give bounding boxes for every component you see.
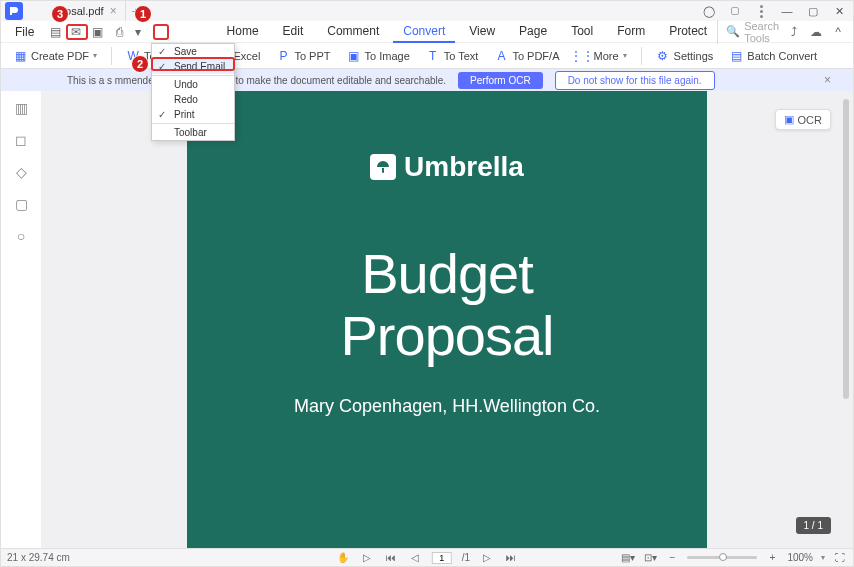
first-page-icon[interactable]: ⏮	[384, 551, 398, 565]
page-dimensions: 21 x 29.74 cm	[7, 552, 70, 563]
highlight-box-2	[151, 57, 235, 71]
collapse-ribbon-icon[interactable]: ^	[829, 23, 847, 41]
separator	[152, 123, 234, 124]
vertical-scrollbar[interactable]	[843, 99, 849, 399]
search-panel-icon[interactable]: ○	[12, 227, 30, 245]
separator	[152, 75, 234, 76]
document-subtitle: Mary Copenhagen, HH.Wellington Co.	[187, 396, 707, 417]
batch-icon: ▤	[729, 49, 743, 63]
print-icon[interactable]: ⎙	[111, 23, 128, 41]
cloud-icon[interactable]: ☁	[807, 23, 825, 41]
to-text-button[interactable]: TTo Text	[420, 47, 485, 65]
open-icon[interactable]: ▤	[46, 23, 63, 41]
thumbnails-icon[interactable]: ▥	[12, 99, 30, 117]
attachments-icon[interactable]: ◇	[12, 163, 30, 181]
hand-tool-icon[interactable]: ✋	[336, 551, 350, 565]
create-pdf-button[interactable]: ▦Create PDF▾	[7, 47, 103, 65]
tab-edit[interactable]: Edit	[273, 21, 314, 43]
titlebar: posal.pdf × + ◯ — ▢ ✕	[1, 1, 853, 21]
last-page-icon[interactable]: ⏭	[504, 551, 518, 565]
document-viewport[interactable]: Umbrella BudgetProposal Mary Copenhagen,…	[41, 91, 853, 550]
separator	[111, 47, 112, 65]
dd-undo[interactable]: Undo	[152, 77, 234, 92]
status-bar: 21 x 29.74 cm ✋ ▷ ⏮ ◁ /1 ▷ ⏭ ▤▾ ⊡▾ − + 1…	[1, 548, 853, 566]
zoom-slider[interactable]	[687, 556, 757, 559]
close-window-button[interactable]: ✕	[827, 2, 851, 20]
highlight-box-1	[153, 24, 169, 40]
create-icon: ▦	[13, 49, 27, 63]
save-icon[interactable]: ▣	[89, 23, 106, 41]
company-name: Umbrella	[404, 151, 524, 183]
callout-1: 1	[134, 5, 152, 23]
tab-home[interactable]: Home	[217, 21, 269, 43]
file-menu[interactable]: File	[5, 23, 44, 41]
page-count-badge: 1 / 1	[796, 517, 831, 534]
batch-convert-button[interactable]: ▤Batch Convert	[723, 47, 823, 65]
tab-page[interactable]: Page	[509, 21, 557, 43]
pdfa-icon: A	[494, 49, 508, 63]
highlight-box-3	[66, 24, 88, 40]
more-icon[interactable]	[749, 2, 773, 20]
share-icon[interactable]: ⤴	[785, 23, 803, 41]
main-area: ▥ ◻ ◇ ▢ ○ Umbrella BudgetProposal Mary C…	[1, 91, 853, 550]
to-image-button[interactable]: ▣To Image	[341, 47, 416, 65]
layers-icon[interactable]: ▢	[12, 195, 30, 213]
prev-page-icon[interactable]: ◁	[408, 551, 422, 565]
user-icon[interactable]: ◯	[697, 2, 721, 20]
dd-redo[interactable]: Redo	[152, 92, 234, 107]
document-title: BudgetProposal	[187, 243, 707, 366]
close-tab-icon[interactable]: ×	[110, 4, 117, 18]
ocr-banner-text: This is a s mmended to perform OCR to ma…	[67, 75, 446, 86]
more-button[interactable]: ⋮⋮More▾	[569, 47, 632, 65]
minimize-button[interactable]: —	[775, 2, 799, 20]
ocr-badge-icon: ▣	[784, 113, 794, 126]
ocr-floating-button[interactable]: ▣ OCR	[775, 109, 831, 130]
to-pdfa-button[interactable]: ATo PDF/A	[488, 47, 565, 65]
zoom-out-icon[interactable]: −	[665, 551, 679, 565]
window-icon[interactable]	[723, 2, 747, 20]
zoom-value: 100%	[787, 552, 813, 563]
bookmarks-icon[interactable]: ◻	[12, 131, 30, 149]
fullscreen-icon[interactable]: ⛶	[833, 551, 847, 565]
page-number-input[interactable]	[432, 552, 452, 564]
tab-convert[interactable]: Convert	[393, 21, 455, 43]
page-total: /1	[462, 552, 470, 563]
separator	[641, 47, 642, 65]
dd-print[interactable]: ✓Print	[152, 107, 234, 122]
zoom-in-icon[interactable]: +	[765, 551, 779, 565]
tab-view[interactable]: View	[459, 21, 505, 43]
umbrella-logo-icon	[370, 154, 396, 180]
dd-toolbar[interactable]: Toolbar	[152, 125, 234, 140]
fit-icon[interactable]: ⊡▾	[643, 551, 657, 565]
view-mode-icon[interactable]: ▤▾	[621, 551, 635, 565]
image-icon: ▣	[347, 49, 361, 63]
qat-dropdown-button[interactable]: ▾	[132, 25, 145, 39]
more-grid-icon: ⋮⋮	[575, 49, 589, 63]
menu-row: File ▤ ✉ ▣ ⎙ ▾ Home Edit Comment Convert…	[1, 21, 853, 43]
settings-button[interactable]: ⚙Settings	[650, 47, 720, 65]
perform-ocr-button[interactable]: Perform OCR	[458, 72, 543, 89]
ppt-icon: P	[276, 49, 290, 63]
text-icon: T	[426, 49, 440, 63]
next-page-icon[interactable]: ▷	[480, 551, 494, 565]
close-banner-icon[interactable]: ×	[824, 73, 831, 87]
pdf-page: Umbrella BudgetProposal Mary Copenhagen,…	[187, 91, 707, 550]
search-icon: 🔍	[726, 25, 740, 38]
tab-tool[interactable]: Tool	[561, 21, 603, 43]
callout-3: 3	[51, 5, 69, 23]
callout-2: 2	[131, 55, 149, 73]
gear-icon: ⚙	[656, 49, 670, 63]
app-icon[interactable]	[5, 2, 23, 20]
ocr-banner: This is a s mmended to perform OCR to ma…	[1, 69, 853, 91]
sidebar: ▥ ◻ ◇ ▢ ○	[1, 91, 41, 550]
search-tools-input[interactable]: 🔍 Search Tools	[717, 20, 779, 44]
ribbon-toolbar: ▦Create PDF▾ WTo Word XTo Excel PTo PPT …	[1, 43, 853, 69]
maximize-button[interactable]: ▢	[801, 2, 825, 20]
tab-protect[interactable]: Protect	[659, 21, 717, 43]
tab-comment[interactable]: Comment	[317, 21, 389, 43]
select-tool-icon[interactable]: ▷	[360, 551, 374, 565]
donot-show-button[interactable]: Do not show for this file again.	[555, 71, 715, 90]
tab-form[interactable]: Form	[607, 21, 655, 43]
to-ppt-button[interactable]: PTo PPT	[270, 47, 336, 65]
